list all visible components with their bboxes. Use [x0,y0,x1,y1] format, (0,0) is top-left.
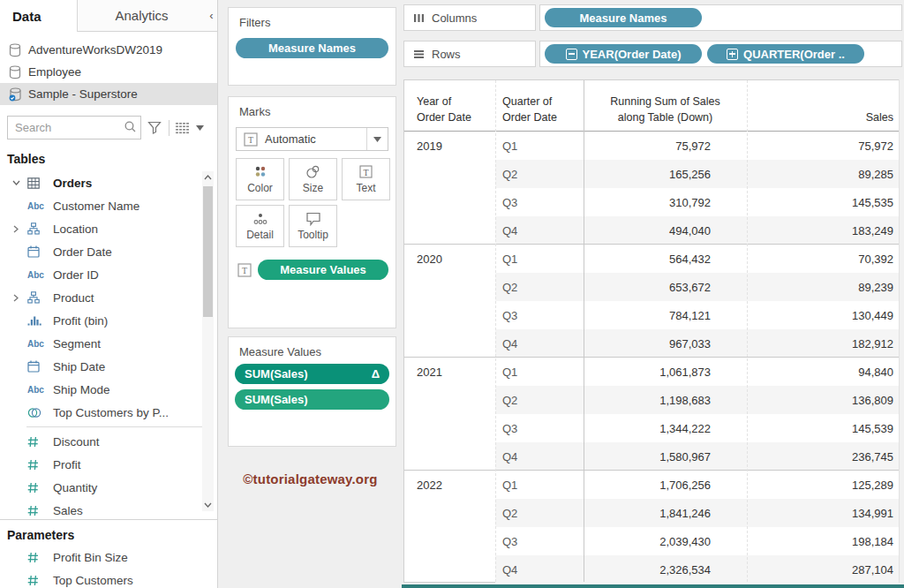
column-header-year-of-order-date[interactable]: Year ofOrder Date [404,80,495,132]
row-header-year[interactable] [404,527,495,555]
cell-sales[interactable]: 89,239 [747,273,901,301]
row-header-year[interactable] [404,188,495,216]
detail-button[interactable]: Detail [236,205,284,247]
row-header-quarter[interactable]: Q4 [495,555,584,584]
cell-running-sum[interactable]: 1,580,967 [584,442,747,471]
row-header-quarter[interactable]: Q2 [495,499,584,527]
field-item-product[interactable]: Product [0,286,217,309]
text-button[interactable]: TText [342,158,390,200]
row-header-quarter[interactable]: Q1 [495,132,584,160]
rows-pill-year-order-date[interactable]: YEAR(Order Date) [545,44,702,64]
search-input[interactable] [7,116,141,139]
row-header-quarter[interactable]: Q2 [495,160,584,188]
cell-running-sum[interactable]: 2,039,430 [584,527,747,555]
row-header-year[interactable] [404,442,495,471]
expander-chevron-down-icon[interactable] [7,180,25,185]
row-header-year[interactable] [404,160,495,188]
row-header-year[interactable] [404,216,495,245]
cell-sales[interactable]: 130,449 [747,301,901,329]
row-header-year[interactable] [404,414,495,442]
filter-pill-measure-names[interactable]: Measure Names [236,38,388,58]
cell-running-sum[interactable]: 165,256 [584,160,747,188]
cell-sales[interactable]: 134,991 [747,499,901,527]
cell-running-sum[interactable]: 564,432 [584,245,747,273]
row-header-quarter[interactable]: Q4 [495,216,584,245]
color-button[interactable]: Color [236,158,284,200]
cell-sales[interactable]: 89,285 [747,160,901,188]
row-header-year[interactable]: 2022 [404,471,495,499]
row-header-year[interactable]: 2019 [404,132,495,160]
cell-sales[interactable]: 183,249 [747,216,901,245]
cell-sales[interactable]: 236,745 [747,442,901,471]
cell-running-sum[interactable]: 967,033 [584,329,747,358]
row-header-quarter[interactable]: Q3 [495,527,584,555]
field-item-profit-bin-[interactable]: Profit (bin) [0,309,217,332]
text-shelf-pill-measure-values[interactable]: Measure Values [258,260,388,280]
expander-chevron-right-icon[interactable] [7,225,25,233]
view-options-button[interactable] [176,122,190,134]
row-header-quarter[interactable]: Q4 [495,329,584,358]
filter-fields-button[interactable] [147,121,162,134]
tab-analytics[interactable]: Analytics [78,0,206,32]
parameter-item-profit-bin-size[interactable]: Profit Bin Size [0,546,217,569]
field-item-orders[interactable]: Orders [0,171,217,194]
expand-plus-icon[interactable] [727,49,738,60]
field-item-customer-name[interactable]: AbcCustomer Name [0,194,217,217]
row-header-quarter[interactable]: Q3 [495,301,584,329]
scrollbar-thumb[interactable] [203,186,213,317]
row-header-quarter[interactable]: Q1 [495,358,584,386]
rows-pill-quarter-order-date[interactable]: QUARTER(Order .. [707,44,864,64]
field-item-ship-mode[interactable]: AbcShip Mode [0,378,217,401]
row-header-year[interactable] [404,301,495,329]
cell-running-sum[interactable]: 1,841,246 [584,499,747,527]
cell-sales[interactable]: 198,184 [747,527,901,555]
view-options-caret[interactable] [196,125,204,131]
row-header-quarter[interactable]: Q1 [495,471,584,499]
field-item-order-id[interactable]: AbcOrder ID [0,263,217,286]
cell-running-sum[interactable]: 784,121 [584,301,747,329]
row-header-year[interactable] [404,273,495,301]
cell-sales[interactable]: 75,972 [747,132,901,160]
cell-sales[interactable]: 287,104 [747,555,901,584]
field-item-sales[interactable]: Sales [0,499,217,516]
row-header-quarter[interactable]: Q2 [495,273,584,301]
row-header-quarter[interactable]: Q4 [495,442,584,471]
cell-running-sum[interactable]: 1,706,256 [584,471,747,499]
field-item-order-date[interactable]: Order Date [0,240,217,263]
field-item-top-customers-by-p-[interactable]: Top Customers by P... [0,401,217,424]
view-scrollbar-track[interactable] [899,79,904,583]
column-header-running-sum-of-sales[interactable]: Running Sum of Salesalong Table (Down) [584,80,747,132]
cell-sales[interactable]: 136,809 [747,386,901,414]
row-header-year[interactable]: 2021 [404,358,495,386]
row-header-year[interactable] [404,555,495,584]
field-item-location[interactable]: Location [0,217,217,240]
column-header-sales[interactable]: Sales [747,80,901,132]
row-header-year[interactable]: 2020 [404,245,495,273]
datasource-item[interactable]: AdventureWorksDW2019 [0,39,217,61]
row-header-year[interactable] [404,329,495,358]
columns-shelf[interactable]: Measure Names [539,4,902,31]
cell-running-sum[interactable]: 310,792 [584,188,747,216]
cell-running-sum[interactable]: 653,672 [584,273,747,301]
cell-sales[interactable]: 70,392 [747,245,901,273]
field-item-profit[interactable]: Profit [0,453,217,476]
columns-pill-measure-names[interactable]: Measure Names [545,8,702,27]
scroll-down-icon[interactable] [202,499,214,511]
datasource-item-selected[interactable]: Sample - Superstore [0,83,217,105]
cell-sales[interactable]: 145,539 [747,414,901,442]
measure-values-pill-sum-sales[interactable]: SUM(Sales) [235,389,389,410]
size-button[interactable]: Size [289,158,337,200]
rows-shelf[interactable]: YEAR(Order Date) QUARTER(Order .. [539,41,902,67]
parameter-item-top-customers[interactable]: Top Customers [0,569,217,588]
measure-values-pill-sum-sales-running[interactable]: SUM(Sales) Δ [235,364,389,384]
row-header-quarter[interactable]: Q2 [495,386,584,414]
column-header-quarter-of-order-date[interactable]: Quarter ofOrder Date [495,80,584,132]
cell-sales[interactable]: 94,840 [747,358,901,386]
cell-sales[interactable]: 125,289 [747,471,901,499]
field-item-discount[interactable]: Discount [0,430,217,453]
dropdown-caret[interactable] [366,128,388,150]
row-header-quarter[interactable]: Q3 [495,414,584,442]
row-header-year[interactable] [404,386,495,414]
cell-running-sum[interactable]: 1,198,683 [584,386,747,414]
tab-data[interactable]: Data [0,0,78,32]
